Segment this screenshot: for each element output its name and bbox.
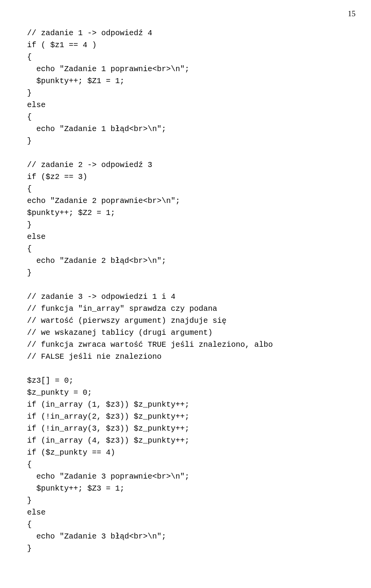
document-page: 15 // zadanie 1 -> odpowiedź 4 if ( $z1 … [0,0,371,588]
page-number: 15 [348,8,356,20]
code-block: // zadanie 1 -> odpowiedź 4 if ( $z1 == … [27,27,344,554]
